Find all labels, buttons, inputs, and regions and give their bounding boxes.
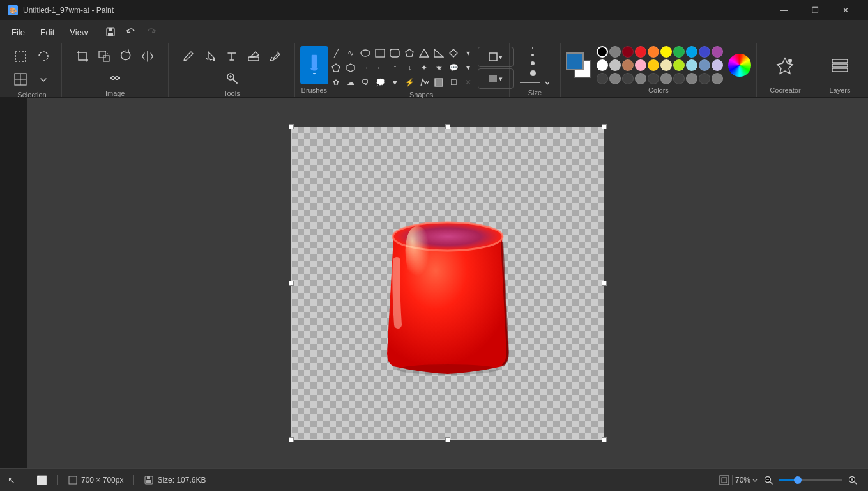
- canvas-area[interactable]: [27, 98, 868, 468]
- foreground-color[interactable]: [566, 52, 584, 70]
- canvas-image[interactable]: [291, 127, 604, 440]
- pencil-tool[interactable]: [178, 46, 199, 66]
- shape-diamond[interactable]: [446, 46, 461, 60]
- swatch-e9[interactable]: [699, 73, 710, 84]
- zoom-out-button[interactable]: [761, 472, 776, 488]
- text-tool[interactable]: [222, 46, 242, 66]
- swatch-e7[interactable]: [673, 73, 685, 84]
- shape-more[interactable]: ▾: [461, 46, 475, 60]
- size-4[interactable]: [528, 69, 542, 77]
- shape-more2[interactable]: ▾: [461, 61, 475, 75]
- shape-arrow-right[interactable]: →: [358, 61, 372, 75]
- cocreator-button[interactable]: [770, 51, 800, 81]
- zoom-level[interactable]: 70%: [735, 476, 758, 485]
- swatch-gold[interactable]: [648, 59, 659, 71]
- handle-middle-right[interactable]: [602, 281, 607, 286]
- shape-oval[interactable]: [358, 46, 372, 60]
- select-all-tool[interactable]: [10, 69, 31, 90]
- fill-dropdown[interactable]: ▾: [478, 68, 514, 89]
- eyedropper-tool[interactable]: [265, 46, 286, 66]
- handle-bottom-center[interactable]: [445, 437, 450, 442]
- handle-top-right[interactable]: [602, 124, 607, 129]
- swatch-dark-red[interactable]: [622, 46, 634, 58]
- size-3[interactable]: [528, 60, 541, 66]
- shape-callout[interactable]: 💬: [446, 61, 461, 75]
- minimize-button[interactable]: —: [770, 0, 799, 20]
- color-wheel[interactable]: [728, 54, 751, 77]
- zoom-tool[interactable]: [222, 68, 242, 88]
- shape-heart[interactable]: ♥: [388, 75, 402, 90]
- shape-hexagon[interactable]: [344, 61, 358, 75]
- shape-arrow-down[interactable]: ↓: [402, 61, 416, 75]
- shape-custom1[interactable]: ✿: [329, 75, 343, 90]
- size-2[interactable]: [529, 52, 540, 58]
- menu-edit[interactable]: Edit: [34, 25, 61, 40]
- layers-button[interactable]: [825, 51, 855, 81]
- swatch-white[interactable]: [597, 59, 608, 71]
- shape-right-triangle[interactable]: [432, 46, 446, 60]
- undo-button[interactable]: [122, 23, 140, 41]
- free-selection-tool[interactable]: [33, 46, 54, 66]
- shape-arrow-up[interactable]: ↑: [388, 61, 402, 75]
- swatch-pink[interactable]: [635, 59, 646, 71]
- swatch-light-blue[interactable]: [686, 59, 697, 71]
- swatch-black[interactable]: [597, 46, 608, 58]
- shape-rect[interactable]: [373, 46, 387, 60]
- swatch-lime[interactable]: [673, 59, 685, 71]
- swatch-e5[interactable]: [648, 73, 659, 84]
- swatch-e10[interactable]: [712, 73, 723, 84]
- redo-button[interactable]: [142, 23, 160, 41]
- close-button[interactable]: ✕: [831, 0, 860, 20]
- flip-tool[interactable]: [137, 46, 158, 66]
- fill-tool[interactable]: [200, 46, 220, 66]
- swatch-blue[interactable]: [699, 46, 710, 58]
- swatch-steel-blue[interactable]: [699, 59, 710, 71]
- eraser-tool[interactable]: [243, 46, 264, 66]
- zoom-slider[interactable]: [779, 479, 842, 481]
- swatch-e2[interactable]: [609, 73, 621, 84]
- rectangular-selection-tool[interactable]: [10, 46, 31, 66]
- shape-star5[interactable]: ★: [432, 61, 446, 75]
- swatch-light-gray[interactable]: [609, 59, 621, 71]
- swatch-yellow[interactable]: [660, 46, 672, 58]
- shape-speech[interactable]: 🗨: [358, 75, 372, 90]
- handle-bottom-right[interactable]: [602, 437, 607, 442]
- swatch-cyan[interactable]: [686, 46, 697, 58]
- menu-file[interactable]: File: [5, 25, 31, 40]
- shape-none[interactable]: ✕: [461, 75, 475, 90]
- outline-btn[interactable]: ▾: [478, 47, 514, 67]
- swatch-lavender[interactable]: [712, 59, 723, 71]
- swatch-cream[interactable]: [660, 59, 672, 71]
- cursor-tool[interactable]: ↖: [8, 475, 15, 485]
- shape-pentagon[interactable]: [329, 61, 343, 75]
- handle-middle-left[interactable]: [289, 281, 294, 286]
- size-1[interactable]: [529, 46, 540, 50]
- swatch-red[interactable]: [635, 46, 646, 58]
- save-button[interactable]: [102, 23, 119, 41]
- swatch-purple[interactable]: [712, 46, 723, 58]
- swatch-e4[interactable]: [635, 73, 646, 84]
- size-dropdown[interactable]: [519, 77, 551, 88]
- shape-custom2[interactable]: ☁: [344, 75, 358, 90]
- handle-top-left[interactable]: [289, 124, 294, 129]
- shape-line[interactable]: ╱: [329, 46, 343, 60]
- shape-star4[interactable]: ✦: [417, 61, 431, 75]
- restore-button[interactable]: ❐: [800, 0, 830, 20]
- shape-outline[interactable]: [417, 75, 431, 90]
- swatch-brown[interactable]: [622, 59, 634, 71]
- swatch-e3[interactable]: [622, 73, 634, 84]
- selection-options[interactable]: [33, 69, 54, 90]
- adjust-tool[interactable]: [105, 68, 125, 88]
- shape-arrow-left[interactable]: ←: [373, 61, 387, 75]
- brush-tool[interactable]: [300, 46, 328, 84]
- shape-triangle[interactable]: [417, 46, 431, 60]
- swatch-e6[interactable]: [660, 73, 672, 84]
- shape-rounded-rect[interactable]: [388, 46, 402, 60]
- crop-tool[interactable]: [72, 46, 93, 66]
- handle-bottom-left[interactable]: [289, 437, 294, 442]
- swatch-dark-gray[interactable]: [609, 46, 621, 58]
- rotate-tool[interactable]: [116, 46, 136, 66]
- shape-speech2[interactable]: 💭: [373, 75, 387, 90]
- resize-tool[interactable]: [94, 46, 114, 66]
- shape-lightning[interactable]: ⚡: [402, 75, 416, 90]
